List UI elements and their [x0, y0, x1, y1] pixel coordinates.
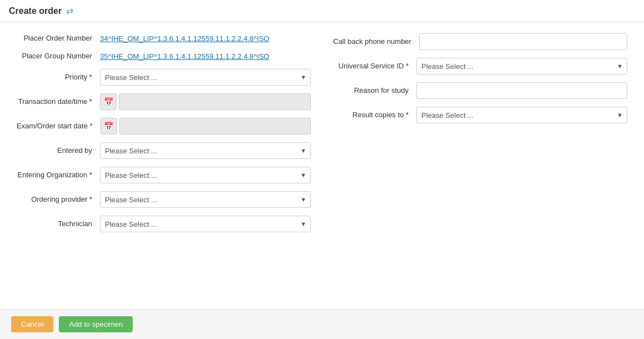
- entered-by-row: Entered by Please Select ... ▼: [17, 142, 311, 159]
- technician-select-wrapper: Please Select ... ▼: [100, 216, 311, 232]
- cancel-button[interactable]: Cancel: [11, 316, 53, 332]
- placer-group-number-link[interactable]: 35^IHE_OM_LIP^1.3.6.1.4.1.12559.11.1.2.2…: [100, 52, 269, 61]
- technician-row: Technician Please Select ... ▼: [17, 216, 311, 232]
- left-column: Placer Order Number 34^IHE_OM_LIP^1.3.6.…: [17, 33, 311, 298]
- exam-order-start-row: Exam/Order start date * 📅: [17, 118, 311, 134]
- entered-by-select[interactable]: Please Select ...: [100, 142, 311, 159]
- ordering-provider-select-wrapper: Please Select ... ▼: [100, 191, 311, 208]
- exam-order-start-label: Exam/Order start date *: [17, 121, 100, 131]
- add-to-specimen-button[interactable]: Add to specimen: [59, 316, 133, 332]
- right-column: Call back phone number Universal Service…: [333, 33, 627, 298]
- technician-label: Technician: [17, 219, 100, 229]
- placer-order-number-value: 34^IHE_OM_LIP^1.3.6.1.4.1.12559.11.1.2.2…: [100, 34, 311, 43]
- universal-service-field: Please Select ... ▼: [416, 58, 627, 74]
- transaction-datetime-input-group: 📅: [100, 93, 311, 110]
- technician-select[interactable]: Please Select ...: [100, 216, 311, 232]
- header: Create order ⇄: [0, 0, 644, 22]
- transaction-datetime-field: 📅: [100, 93, 311, 110]
- exam-order-datetime-input-group: 📅: [100, 118, 311, 134]
- ordering-provider-field: Please Select ... ▼: [100, 191, 311, 208]
- entering-org-select[interactable]: Please Select ...: [100, 167, 311, 183]
- result-copies-label: Result copies to *: [333, 110, 416, 120]
- entering-org-label: Entering Organization *: [17, 170, 100, 180]
- priority-row: Priority * Please Select ... ▼: [17, 69, 311, 86]
- shuffle-icon[interactable]: ⇄: [66, 6, 73, 16]
- exam-order-start-field: 📅: [100, 118, 311, 134]
- reason-for-study-field: [416, 82, 627, 99]
- transaction-datetime-input[interactable]: [119, 93, 311, 110]
- page-title: Create order: [9, 6, 62, 16]
- priority-field: Please Select ... ▼: [100, 69, 311, 86]
- technician-field: Please Select ... ▼: [100, 216, 311, 232]
- reason-for-study-row: Reason for study: [333, 82, 627, 99]
- result-copies-select-wrapper: Please Select ... ▼: [416, 107, 627, 123]
- entering-org-field: Please Select ... ▼: [100, 167, 311, 183]
- result-copies-select[interactable]: Please Select ...: [416, 107, 627, 123]
- placer-group-number-value: 35^IHE_OM_LIP^1.3.6.1.4.1.12559.11.1.2.2…: [100, 52, 311, 61]
- placer-order-number-label: Placer Order Number: [17, 33, 100, 43]
- entered-by-field: Please Select ... ▼: [100, 142, 311, 159]
- placer-order-number-link[interactable]: 34^IHE_OM_LIP^1.3.6.1.4.1.12559.11.1.2.2…: [100, 34, 269, 43]
- priority-select[interactable]: Please Select ...: [100, 69, 311, 86]
- ordering-provider-row: Ordering provider * Please Select ... ▼: [17, 191, 311, 208]
- reason-for-study-label: Reason for study: [333, 86, 416, 96]
- callback-phone-label: Call back phone number: [333, 37, 419, 47]
- exam-calendar-button[interactable]: 📅: [100, 118, 117, 134]
- entering-org-row: Entering Organization * Please Select ..…: [17, 167, 311, 183]
- result-copies-field: Please Select ... ▼: [416, 107, 627, 123]
- priority-select-wrapper: Please Select ... ▼: [100, 69, 311, 86]
- placer-group-number-row: Placer Group Number 35^IHE_OM_LIP^1.3.6.…: [17, 51, 311, 61]
- universal-service-label: Universal Service ID *: [333, 61, 416, 71]
- transaction-calendar-button[interactable]: 📅: [100, 93, 117, 110]
- footer: Cancel Add to specimen: [0, 309, 644, 339]
- result-copies-row: Result copies to * Please Select ... ▼: [333, 107, 627, 123]
- form-area: Placer Order Number 34^IHE_OM_LIP^1.3.6.…: [0, 22, 644, 309]
- universal-service-select-wrapper: Please Select ... ▼: [416, 58, 627, 74]
- ordering-provider-select[interactable]: Please Select ...: [100, 191, 311, 208]
- entered-by-label: Entered by: [17, 146, 100, 156]
- callback-phone-field: [419, 33, 627, 50]
- entered-by-select-wrapper: Please Select ... ▼: [100, 142, 311, 159]
- transaction-datetime-row: Transaction date/time * 📅: [17, 93, 311, 110]
- ordering-provider-label: Ordering provider *: [17, 195, 100, 205]
- callback-phone-row: Call back phone number: [333, 33, 627, 50]
- placer-order-number-row: Placer Order Number 34^IHE_OM_LIP^1.3.6.…: [17, 33, 311, 43]
- universal-service-select[interactable]: Please Select ...: [416, 58, 627, 74]
- reason-for-study-input[interactable]: [416, 82, 627, 99]
- exam-order-start-input[interactable]: [119, 118, 311, 134]
- entering-org-select-wrapper: Please Select ... ▼: [100, 167, 311, 183]
- callback-phone-input[interactable]: [419, 33, 627, 50]
- universal-service-row: Universal Service ID * Please Select ...…: [333, 58, 627, 74]
- page-wrapper: Create order ⇄ Placer Order Number 34^IH…: [0, 0, 644, 339]
- transaction-datetime-label: Transaction date/time *: [17, 97, 100, 107]
- placer-group-number-label: Placer Group Number: [17, 51, 100, 61]
- priority-label: Priority *: [17, 72, 100, 82]
